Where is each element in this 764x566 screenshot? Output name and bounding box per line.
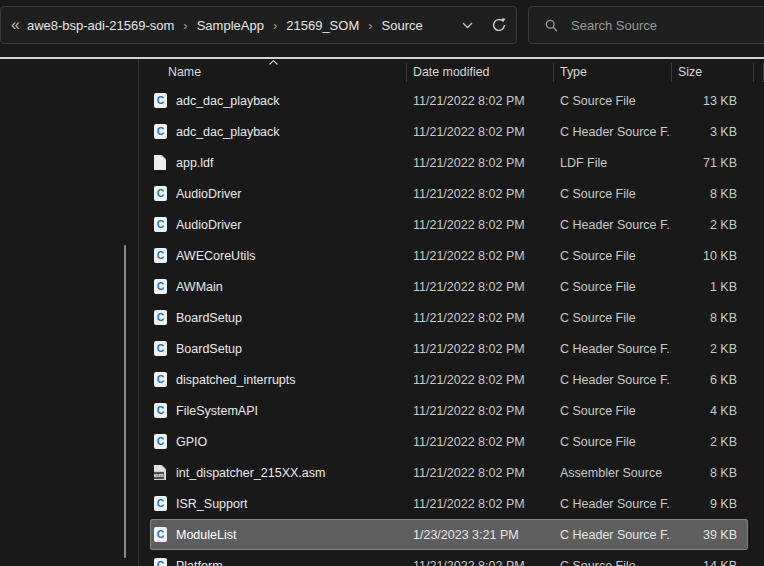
file-name: dispatched_interrupts <box>176 373 406 387</box>
document-icon <box>154 155 166 170</box>
file-rows: Cadc_dac_playback11/21/2022 8:02 PMC Sou… <box>139 85 764 566</box>
file-row[interactable]: asmint_dispatcher_215XX.asm11/21/2022 8:… <box>150 457 748 488</box>
breadcrumb-item[interactable]: awe8-bsp-adi-21569-som <box>27 18 174 33</box>
file-size: 14 KB <box>671 559 748 566</box>
sort-ascending-icon <box>269 60 278 65</box>
file-date-modified: 11/21/2022 8:02 PM <box>406 497 553 511</box>
file-row[interactable]: Cdispatched_interrupts11/21/2022 8:02 PM… <box>150 364 748 395</box>
file-size: 8 KB <box>671 187 748 201</box>
file-size: 71 KB <box>671 156 748 170</box>
file-row[interactable]: CModuleList1/23/2023 3:21 PMC Header Sou… <box>150 519 748 550</box>
file-type: C Header Source F... <box>553 497 671 511</box>
breadcrumb-item[interactable]: SampleApp <box>197 18 264 33</box>
breadcrumb-overflow-icon[interactable]: « <box>11 17 20 33</box>
file-type: C Source File <box>553 311 671 325</box>
column-header-name[interactable]: Name <box>139 65 406 79</box>
file-row[interactable]: Cadc_dac_playback11/21/2022 8:02 PMC Sou… <box>150 85 748 116</box>
toolbar: « awe8-bsp-adi-21569-som›SampleApp›21569… <box>0 0 764 57</box>
file-name: BoardSetup <box>176 311 406 325</box>
file-size: 1 KB <box>671 280 748 294</box>
c-source-file-icon: C <box>154 279 167 294</box>
file-name: adc_dac_playback <box>176 94 406 108</box>
file-date-modified: 11/21/2022 8:02 PM <box>406 373 553 387</box>
file-type: C Source File <box>553 249 671 263</box>
breadcrumb-chevron-icon[interactable]: › <box>264 18 286 33</box>
file-type: C Header Source F... <box>553 218 671 232</box>
breadcrumb: awe8-bsp-adi-21569-som›SampleApp›21569_S… <box>27 18 454 33</box>
column-separator[interactable] <box>553 63 554 82</box>
c-source-file-icon: C <box>154 217 167 232</box>
file-row[interactable]: CBoardSetup11/21/2022 8:02 PMC Header So… <box>150 333 748 364</box>
file-size: 8 KB <box>671 466 748 480</box>
column-separator[interactable] <box>406 63 407 82</box>
file-name: Platform <box>176 559 406 566</box>
file-type: C Source File <box>553 280 671 294</box>
file-type: C Source File <box>553 187 671 201</box>
file-row[interactable]: CAudioDriver11/21/2022 8:02 PMC Header S… <box>150 209 748 240</box>
file-size: 39 KB <box>671 528 748 542</box>
file-name: GPIO <box>176 435 406 449</box>
file-name: BoardSetup <box>176 342 406 356</box>
file-date-modified: 11/21/2022 8:02 PM <box>406 466 553 480</box>
column-header-size[interactable]: Size <box>671 65 753 79</box>
file-date-modified: 11/21/2022 8:02 PM <box>406 280 553 294</box>
c-source-file-icon: C <box>154 248 167 263</box>
file-name: AudioDriver <box>176 187 406 201</box>
column-separator[interactable] <box>753 63 754 82</box>
assembler-file-icon: asm <box>154 465 166 480</box>
file-name: adc_dac_playback <box>176 125 406 139</box>
file-name: AudioDriver <box>176 218 406 232</box>
c-source-file-icon: C <box>154 310 167 325</box>
column-header-date-modified[interactable]: Date modified <box>406 65 553 79</box>
file-name: ISR_Support <box>176 497 406 511</box>
file-type: C Source File <box>553 559 671 566</box>
column-header-type[interactable]: Type <box>553 65 671 79</box>
file-row[interactable]: CFileSystemAPI11/21/2022 8:02 PMC Source… <box>150 395 748 426</box>
file-type: C Header Source F... <box>553 342 671 356</box>
file-name: FileSystemAPI <box>176 404 406 418</box>
breadcrumb-item[interactable]: Source <box>382 18 423 33</box>
file-size: 9 KB <box>671 497 748 511</box>
file-name: ModuleList <box>176 528 406 542</box>
file-row[interactable]: app.ldf11/21/2022 8:02 PMLDF File71 KB <box>150 147 748 178</box>
column-separator[interactable] <box>671 63 672 82</box>
breadcrumb-chevron-icon[interactable]: › <box>359 18 381 33</box>
file-row[interactable]: CISR_Support11/21/2022 8:02 PMC Header S… <box>150 488 748 519</box>
file-name: AWECoreUtils <box>176 249 406 263</box>
breadcrumb-item[interactable]: 21569_SOM <box>286 18 359 33</box>
file-row[interactable]: CGPIO11/21/2022 8:02 PMC Source File2 KB <box>150 426 748 457</box>
breadcrumb-chevron-icon[interactable]: › <box>174 18 196 33</box>
c-source-file-icon: C <box>154 496 167 511</box>
c-source-file-icon: C <box>154 93 167 108</box>
c-source-file-icon: C <box>154 124 167 139</box>
file-date-modified: 11/21/2022 8:02 PM <box>406 404 553 418</box>
file-size: 2 KB <box>671 342 748 356</box>
file-size: 2 KB <box>671 435 748 449</box>
c-source-file-icon: C <box>154 558 167 566</box>
list-header: Name Date modified Type Size <box>139 59 764 85</box>
file-name: int_dispatcher_215XX.asm <box>176 466 406 480</box>
file-size: 13 KB <box>671 94 748 108</box>
file-size: 6 KB <box>671 373 748 387</box>
file-row[interactable]: CPlatform11/21/2022 8:02 PMC Source File… <box>150 550 748 566</box>
file-row[interactable]: CBoardSetup11/21/2022 8:02 PMC Source Fi… <box>150 302 748 333</box>
search-box[interactable] <box>528 6 764 44</box>
c-source-file-icon: C <box>154 372 167 387</box>
address-bar[interactable]: « awe8-bsp-adi-21569-som›SampleApp›21569… <box>0 6 517 44</box>
file-row[interactable]: CAudioDriver11/21/2022 8:02 PMC Source F… <box>150 178 748 209</box>
file-row[interactable]: Cadc_dac_playback11/21/2022 8:02 PMC Hea… <box>150 116 748 147</box>
address-dropdown-icon[interactable] <box>462 22 473 29</box>
file-name: app.ldf <box>176 156 406 170</box>
file-date-modified: 11/21/2022 8:02 PM <box>406 435 553 449</box>
file-size: 2 KB <box>671 218 748 232</box>
refresh-icon[interactable] <box>491 17 507 33</box>
file-type: C Source File <box>553 404 671 418</box>
c-source-file-icon: C <box>154 527 167 542</box>
file-date-modified: 11/21/2022 8:02 PM <box>406 94 553 108</box>
file-date-modified: 11/21/2022 8:02 PM <box>406 249 553 263</box>
navigation-pane-scrollbar[interactable] <box>124 245 126 558</box>
search-input[interactable] <box>571 18 764 33</box>
file-row[interactable]: CAWECoreUtils11/21/2022 8:02 PMC Source … <box>150 240 748 271</box>
file-date-modified: 11/21/2022 8:02 PM <box>406 156 553 170</box>
file-row[interactable]: CAWMain11/21/2022 8:02 PMC Source File1 … <box>150 271 748 302</box>
